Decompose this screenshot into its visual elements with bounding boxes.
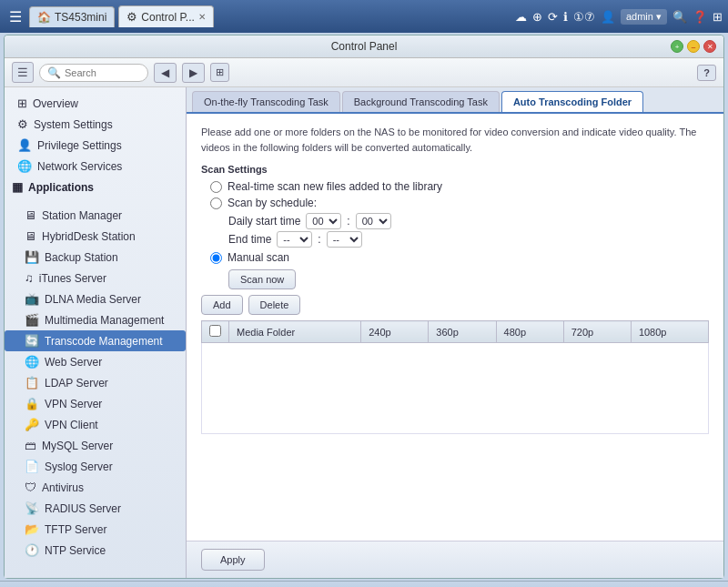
sidebar-label-backup-station: Backup Station (45, 251, 118, 264)
top-bar: ☰ 🏠 TS453mini ⚙ Control P... ✕ ☁ ⊕ ⟳ ℹ ①… (0, 0, 728, 33)
search-input[interactable] (65, 67, 147, 78)
vpn-server-icon: 🔒 (25, 397, 39, 410)
daily-start-label: Daily start time (228, 215, 300, 228)
tab-auto-folder[interactable]: Auto Transcoding Folder (501, 91, 643, 112)
transcode-icon: 🔄 (25, 334, 39, 348)
sidebar-item-dlna[interactable]: 📺 DLNA Media Server (5, 288, 186, 309)
grid-view-button[interactable]: ⊞ (210, 63, 229, 82)
window-close-button[interactable]: ✕ (703, 40, 716, 53)
col-media-folder: Media Folder (229, 321, 361, 343)
tab-onthefly[interactable]: On-the-fly Transcoding Task (192, 91, 340, 112)
sidebar-label-hybriddesk-station: HybridDesk Station (42, 230, 136, 243)
col-360p: 360p (429, 321, 496, 343)
cloud-icon[interactable]: ☁ (515, 10, 527, 24)
col-240p: 240p (361, 321, 429, 343)
radio-schedule[interactable] (210, 197, 222, 209)
home-tab-label: TS453mini (55, 11, 106, 24)
ntp-icon: 🕐 (25, 543, 39, 557)
daily-start-hour[interactable]: 0001020612 (306, 213, 341, 229)
bottom-item-service[interactable]: 🔧 Service (195, 584, 240, 588)
sidebar-item-backup-station[interactable]: 💾 Backup Station (5, 247, 186, 268)
sidebar-item-transcode[interactable]: 🔄 Transcode Management (5, 330, 186, 351)
backup-station-icon: 💾 (25, 250, 39, 264)
sidebar-label-ldap: LDAP Server (45, 377, 108, 390)
sidebar-label-station-manager: Station Manager (42, 209, 122, 222)
window-title: Control Panel (331, 40, 398, 53)
web-server-icon: 🌐 (25, 355, 39, 369)
help-button[interactable]: ? (697, 65, 716, 81)
forward-button[interactable]: ▶ (182, 63, 205, 83)
sidebar-item-overview[interactable]: ⊞ Overview (5, 93, 186, 114)
menu-icon[interactable]: ☰ (5, 5, 25, 29)
sidebar-label-multimedia: Multimedia Management (45, 314, 164, 327)
daily-start-min[interactable]: 00153045 (356, 213, 391, 229)
sidebar-item-vpn-client[interactable]: 🔑 VPN Client (5, 414, 186, 435)
content-area: On-the-fly Transcoding Task Background T… (187, 87, 723, 578)
sync-icon[interactable]: ⟳ (548, 10, 558, 24)
back-button[interactable]: ◀ (154, 63, 177, 83)
sidebar-item-ldap[interactable]: 📋 LDAP Server (5, 372, 186, 393)
scan-now-button[interactable]: Scan now (228, 269, 296, 289)
table-empty-row (202, 343, 709, 434)
bottom-item-utility[interactable]: 🔧 QNAP Utility (488, 584, 551, 588)
radio-manual[interactable] (210, 252, 222, 264)
sidebar-item-syslog[interactable]: 📄 Syslog Server (5, 456, 186, 477)
add-icon[interactable]: ⊕ (532, 10, 542, 24)
end-time-min[interactable]: --001530 (327, 231, 362, 248)
add-button[interactable]: Add (201, 295, 243, 315)
window-minimize-button[interactable]: – (687, 40, 700, 53)
sidebar-item-web-server[interactable]: 🌐 Web Server (5, 351, 186, 372)
sidebar-item-radius[interactable]: 📡 RADIUS Server (5, 498, 186, 519)
station-manager-icon: 🖥 (25, 208, 36, 222)
search-icon[interactable]: 🔍 (672, 10, 687, 24)
sidebar-item-mysql[interactable]: 🗃 MySQL Server (5, 435, 186, 456)
home-tab[interactable]: 🏠 TS453mini (29, 6, 115, 27)
select-all-checkbox[interactable] (209, 325, 221, 337)
radio-schedule-row: Scan by schedule: (210, 197, 709, 209)
col-480p: 480p (496, 321, 563, 343)
sidebar-item-tftp[interactable]: 📂 TFTP Server (5, 519, 186, 540)
sidebar-item-ntp[interactable]: 🕐 NTP Service (5, 540, 186, 561)
sidebar-item-system-settings[interactable]: ⚙ System Settings (5, 114, 186, 135)
sidebar-item-multimedia[interactable]: 🎬 Multimedia Management (5, 309, 186, 330)
radio-realtime-row: Real-time scan new files added to the li… (210, 180, 709, 193)
delete-button[interactable]: Delete (248, 295, 301, 315)
sidebar-item-station-manager[interactable]: 🖥 Station Manager (5, 205, 186, 226)
search-box: 🔍 (39, 64, 148, 82)
end-time-hour[interactable]: --000612 (277, 231, 312, 248)
tab-close-button[interactable]: ✕ (198, 12, 206, 22)
scan-settings-label: Scan Settings (201, 164, 709, 175)
control-panel-icon: ⚙ (126, 10, 137, 24)
sidebar-toggle-button[interactable]: ☰ (12, 62, 34, 83)
radio-realtime[interactable] (210, 181, 222, 193)
tftp-icon: 📂 (25, 522, 39, 536)
user-icon[interactable]: 👤 (601, 10, 615, 24)
time-colon-2: : (318, 233, 320, 246)
system-settings-icon: ⚙ (17, 117, 28, 131)
sidebar-item-itunes-server[interactable]: ♫ iTunes Server (5, 268, 186, 288)
sidebar-item-hybriddesk-station[interactable]: 🖥 HybridDesk Station (5, 226, 186, 247)
col-1080p: 1080p (631, 321, 708, 343)
privilege-settings-icon: 👤 (17, 138, 32, 152)
info-icon[interactable]: ℹ (563, 10, 568, 24)
notification-icon[interactable]: ①⑦ (573, 10, 595, 24)
sidebar-item-privilege-settings[interactable]: 👤 Privilege Settings (5, 135, 186, 156)
bottom-item-feedback[interactable]: 💬 Feedback (633, 584, 688, 588)
control-panel-tab[interactable]: ⚙ Control P... ✕ (118, 5, 213, 27)
sidebar-section-applications: ▦ Applications (5, 177, 186, 197)
panel-footer: Apply (187, 541, 723, 578)
admin-menu[interactable]: admin ▾ (621, 9, 667, 25)
sidebar-item-vpn-server[interactable]: 🔒 VPN Server (5, 393, 186, 414)
sidebar-label-itunes-server: iTunes Server (39, 272, 106, 285)
apply-button[interactable]: Apply (201, 549, 265, 571)
help-icon[interactable]: ❓ (693, 10, 707, 24)
sidebar-item-antivirus[interactable]: 🛡 Antivirus (5, 477, 186, 498)
sidebar-label-system-settings: System Settings (34, 118, 113, 131)
tab-background[interactable]: Background Transcoding Task (342, 91, 500, 112)
toolbar: ☰ 🔍 ◀ ▶ ⊞ ? (5, 58, 723, 87)
apps-icon[interactable]: ⊞ (713, 10, 723, 24)
bottom-item-mobile[interactable]: 📱 QNAP Mobile App (322, 584, 406, 588)
window-maximize-button[interactable]: + (671, 40, 683, 53)
sidebar-item-network-services[interactable]: 🌐 Network Services (5, 156, 186, 177)
sidebar-label-ntp: NTP Service (45, 544, 106, 557)
